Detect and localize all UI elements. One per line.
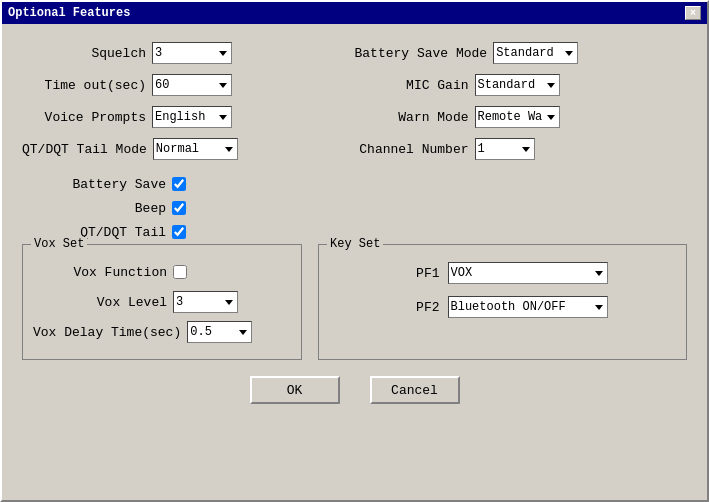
tail-mode-select[interactable]: Normal SoftOff xyxy=(153,138,238,160)
voice-row: Voice Prompts English OffChinese xyxy=(22,104,355,130)
vox-delay-select[interactable]: 0.5 1.01.52.0 xyxy=(187,321,252,343)
timeout-select[interactable]: 60 3090120 xyxy=(152,74,232,96)
pf2-row: PF2 Bluetooth ON/OFF VOXMonitorScan xyxy=(329,293,676,321)
squelch-row: Squelch 3 1245 xyxy=(22,40,355,66)
channel-number-select[interactable]: 1 2345 xyxy=(475,138,535,160)
beep-label: Beep xyxy=(52,201,172,216)
channel-number-label: Channel Number xyxy=(355,142,475,157)
mic-gain-label: MIC Gain xyxy=(355,78,475,93)
beep-row: Beep xyxy=(52,196,687,220)
timeout-label: Time out(sec) xyxy=(22,78,152,93)
tail-mode-row: QT/DQT Tail Mode Normal SoftOff xyxy=(22,136,355,162)
tail-mode-label: QT/DQT Tail Mode xyxy=(22,142,153,157)
pf1-select[interactable]: VOX MonitorScanSquelch Off xyxy=(448,262,608,284)
vox-set-group: Vox Set Vox Function Vox Level 3 1245 Vo… xyxy=(22,244,302,360)
pf2-label: PF2 xyxy=(398,300,448,315)
left-column: Squelch 3 1245 Time out(sec) 60 3090120 … xyxy=(22,40,355,162)
battery-mode-label: Battery Save Mode xyxy=(355,46,494,61)
cancel-button[interactable]: Cancel xyxy=(370,376,460,404)
squelch-label: Squelch xyxy=(22,46,152,61)
mic-gain-select[interactable]: Standard LowHigh xyxy=(475,74,560,96)
vox-level-label: Vox Level xyxy=(33,295,173,310)
key-set-group: Key Set PF1 VOX MonitorScanSquelch Off P… xyxy=(318,244,687,360)
vox-group-title: Vox Set xyxy=(31,237,87,251)
bottom-bar: OK Cancel xyxy=(22,376,687,404)
mic-gain-row: MIC Gain Standard LowHigh xyxy=(355,72,688,98)
dialog-content: Squelch 3 1245 Time out(sec) 60 3090120 … xyxy=(2,24,707,420)
timeout-row: Time out(sec) 60 3090120 xyxy=(22,72,355,98)
warn-mode-row: Warn Mode Remote Wa OffLocal xyxy=(355,104,688,130)
right-column: Battery Save Mode Standard OffSuper MIC … xyxy=(355,40,688,162)
groups-row: Vox Set Vox Function Vox Level 3 1245 Vo… xyxy=(22,244,687,360)
vox-function-label: Vox Function xyxy=(33,265,173,280)
dialog-title: Optional Features xyxy=(8,6,130,20)
vox-level-select[interactable]: 3 1245 xyxy=(173,291,238,313)
main-form-grid: Squelch 3 1245 Time out(sec) 60 3090120 … xyxy=(22,40,687,162)
vox-function-row: Vox Function xyxy=(33,259,291,285)
ok-button[interactable]: OK xyxy=(250,376,340,404)
warn-mode-select[interactable]: Remote Wa OffLocal xyxy=(475,106,560,128)
warn-mode-label: Warn Mode xyxy=(355,110,475,125)
squelch-select[interactable]: 3 1245 xyxy=(152,42,232,64)
vox-level-row: Vox Level 3 1245 xyxy=(33,289,291,315)
voice-select[interactable]: English OffChinese xyxy=(152,106,232,128)
channel-number-row: Channel Number 1 2345 xyxy=(355,136,688,162)
optional-features-dialog: Optional Features × Squelch 3 1245 Time … xyxy=(0,0,709,502)
battery-mode-row: Battery Save Mode Standard OffSuper xyxy=(355,40,688,66)
beep-checkbox[interactable] xyxy=(172,201,186,215)
qt-dqt-checkbox[interactable] xyxy=(172,225,186,239)
pf1-label: PF1 xyxy=(398,266,448,281)
vox-delay-row: Vox Delay Time(sec) 0.5 1.01.52.0 xyxy=(33,319,291,345)
title-bar: Optional Features × xyxy=(2,2,707,24)
key-group-title: Key Set xyxy=(327,237,383,251)
pf2-select[interactable]: Bluetooth ON/OFF VOXMonitorScan xyxy=(448,296,608,318)
voice-label: Voice Prompts xyxy=(22,110,152,125)
battery-save-checkbox[interactable] xyxy=(172,177,186,191)
vox-delay-label: Vox Delay Time(sec) xyxy=(33,325,187,340)
battery-save-label: Battery Save xyxy=(52,177,172,192)
close-button[interactable]: × xyxy=(685,6,701,20)
battery-save-row: Battery Save xyxy=(52,172,687,196)
battery-mode-select[interactable]: Standard OffSuper xyxy=(493,42,578,64)
pf1-row: PF1 VOX MonitorScanSquelch Off xyxy=(329,259,676,287)
vox-function-checkbox[interactable] xyxy=(173,265,187,279)
